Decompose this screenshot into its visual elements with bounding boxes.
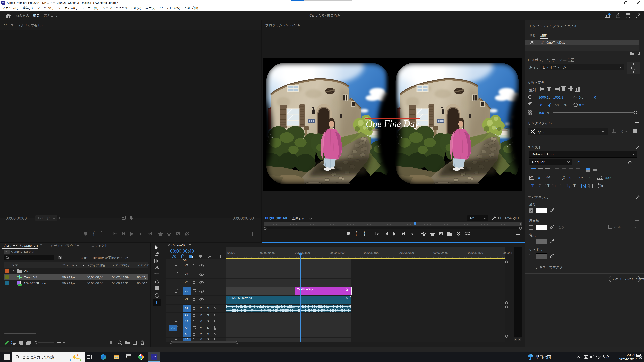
svg-text:あ: あ [599,183,602,187]
svg-text:6: 6 [640,357,641,359]
svg-text:One Fine Day: One Fine Day [366,118,419,129]
